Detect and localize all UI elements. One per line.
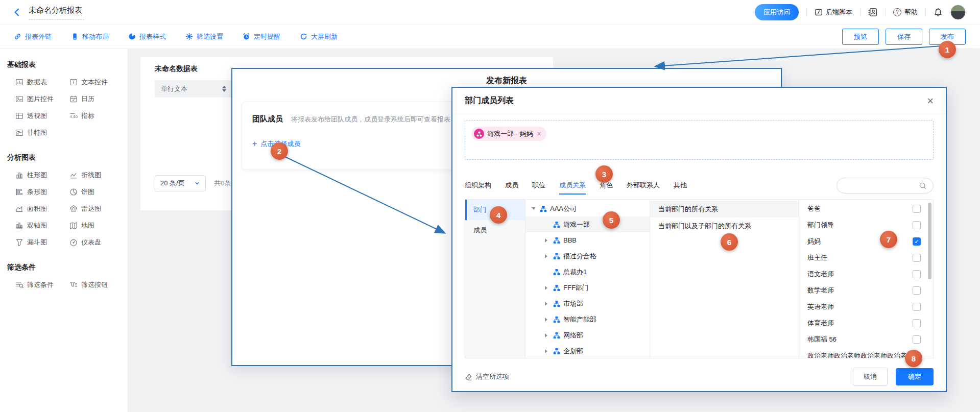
category-nav: 部门 成员 <box>465 200 525 358</box>
help-button[interactable]: ? 帮助 <box>893 8 918 17</box>
sidebar-item-data-table[interactable]: 数据表 <box>15 74 69 90</box>
sidebar-item-gantt[interactable]: 甘特图 <box>15 124 69 141</box>
org-icon <box>540 205 547 212</box>
toolbar-item-scheduled-reminder[interactable]: 定时提醒 <box>243 32 280 41</box>
member-row[interactable]: 语文老师 <box>799 266 933 282</box>
caret-right-icon[interactable] <box>545 349 550 353</box>
sidebar-item-pie-chart[interactable]: 饼图 <box>69 183 128 200</box>
sidebar-item-metric[interactable]: 指标 <box>69 107 128 124</box>
toolbar-item-screen-refresh[interactable]: 大屏刷新 <box>300 32 338 41</box>
contacts-button[interactable] <box>868 8 877 17</box>
sidebar-item-radar-chart[interactable]: 雷达图 <box>69 200 128 217</box>
checkbox[interactable] <box>913 254 921 262</box>
table-column-header[interactable]: 单行文本 <box>155 80 232 98</box>
checkbox-checked[interactable]: ✓ <box>913 237 921 246</box>
sidebar-item-bar-chart[interactable]: 条形图 <box>15 183 69 200</box>
sidebar-item-funnel-chart[interactable]: 漏斗图 <box>15 234 69 251</box>
selected-member-tag[interactable]: 游戏一部 - 妈妈 × <box>471 127 546 141</box>
save-button[interactable]: 保存 <box>886 29 922 45</box>
scrollbar-thumb[interactable] <box>928 203 931 279</box>
sidebar-item-label: 筛选条件 <box>27 280 54 289</box>
tab-member-relations[interactable]: 成员关系 <box>559 175 586 196</box>
page-title[interactable]: 未命名分析报表 <box>29 5 84 20</box>
tab-external-contacts[interactable]: 外部联系人 <box>627 175 660 196</box>
caret-right-icon[interactable] <box>545 254 550 258</box>
tree-item[interactable]: 网络部 <box>525 327 650 343</box>
member-row[interactable]: 韩国福 56 <box>799 331 933 348</box>
caret-down-icon[interactable] <box>532 207 537 210</box>
sidebar-item-line-chart[interactable]: 折线图 <box>69 166 128 183</box>
tree-item[interactable]: 智能产能部 <box>525 311 650 327</box>
page-size-select[interactable]: 20 条/页 <box>155 175 206 191</box>
member-row[interactable]: 体育老师 <box>799 315 933 331</box>
checkbox[interactable] <box>913 270 921 278</box>
confirm-button[interactable]: 确定 <box>896 368 934 385</box>
tab-other[interactable]: 其他 <box>674 175 687 196</box>
toolbar-item-report-style[interactable]: 报表样式 <box>128 32 166 41</box>
member-row[interactable]: 爸爸 <box>799 201 933 217</box>
sidebar-item-pivot[interactable]: 透视图 <box>15 107 69 124</box>
org-icon <box>553 316 560 323</box>
tree-item[interactable]: 很过分合格 <box>525 248 650 264</box>
tree-item[interactable]: BBB <box>525 232 650 248</box>
toolbar-item-filter-settings[interactable]: 筛选设置 <box>185 32 223 41</box>
modal-footer: 清空所选项 取消 确定 <box>465 368 934 386</box>
tab-position[interactable]: 职位 <box>532 175 545 196</box>
checkbox[interactable] <box>913 286 921 295</box>
backend-script-button[interactable]: 后端脚本 <box>815 8 852 17</box>
search-icon[interactable] <box>919 182 927 190</box>
toolbar-item-external-link[interactable]: 报表外链 <box>14 32 52 41</box>
relation-option-current[interactable]: 当前部门的所有关系 <box>650 201 799 217</box>
member-row[interactable]: 数学老师 <box>799 282 933 299</box>
sort-icon[interactable] <box>222 86 226 92</box>
checkbox[interactable] <box>913 319 921 327</box>
caret-right-icon[interactable] <box>545 286 550 290</box>
member-row[interactable]: 部门领导 <box>799 217 933 233</box>
caret-right-icon[interactable] <box>545 238 550 243</box>
close-icon[interactable]: × <box>927 95 934 107</box>
tree-item[interactable]: FFF部门 <box>525 280 650 296</box>
metric-icon <box>69 112 78 120</box>
tree-item[interactable]: 企划部 <box>525 343 650 358</box>
caret-right-icon[interactable] <box>545 302 550 306</box>
sidebar-item-text-widget[interactable]: 文本控件 <box>69 74 128 90</box>
tree-item[interactable]: AAA公司 <box>525 201 650 216</box>
member-row[interactable]: 英语老师 <box>799 299 933 315</box>
preview-button[interactable]: 预览 <box>842 29 879 45</box>
remove-tag-icon[interactable]: × <box>537 130 541 138</box>
member-row[interactable]: 班主任 <box>799 250 933 266</box>
checkbox[interactable] <box>913 205 921 213</box>
caret-right-icon[interactable] <box>545 318 550 322</box>
toolbar-item-mobile-layout[interactable]: 移动布局 <box>71 32 109 41</box>
sidebar-item-calendar[interactable]: 日历 <box>69 90 128 107</box>
sidebar-item-filter-button[interactable]: 筛选按钮 <box>69 276 128 293</box>
tab-members[interactable]: 成员 <box>505 175 518 196</box>
sidebar-item-dual-axis[interactable]: 双轴图 <box>15 217 69 234</box>
tree-item-selected[interactable]: 游戏一部 <box>525 216 650 232</box>
sidebar-item-gauge[interactable]: 仪表盘 <box>69 234 128 251</box>
tree-item[interactable]: 市场部 <box>525 296 650 311</box>
notifications-button[interactable] <box>934 8 943 17</box>
caret-right-icon[interactable] <box>545 333 550 337</box>
search-input[interactable] <box>844 178 921 193</box>
sidebar-item-filter-condition[interactable]: 筛选条件 <box>15 276 69 293</box>
app-access-button[interactable]: 应用访问 <box>755 4 799 20</box>
tab-org-structure[interactable]: 组织架构 <box>465 175 491 196</box>
sidebar-item-image-widget[interactable]: 图片控件 <box>15 90 69 107</box>
tag-label: 游戏一部 - 妈妈 <box>487 129 533 138</box>
sidebar-item-area-chart[interactable]: 面积图 <box>15 200 69 217</box>
checkbox[interactable] <box>913 335 921 344</box>
topbar: 未命名分析报表 应用访问 后端脚本 ? 帮助 <box>0 0 980 25</box>
relation-option-current-and-sub[interactable]: 当前部门以及子部门的所有关系 <box>650 217 799 234</box>
relation-icon <box>474 129 484 139</box>
checkbox[interactable] <box>913 303 921 311</box>
sidebar-item-column-chart[interactable]: 柱形图 <box>15 166 69 183</box>
clear-selection-link[interactable]: 清空所选项 <box>465 372 509 381</box>
member-row-checked[interactable]: 妈妈✓ <box>799 233 933 250</box>
avatar[interactable] <box>950 5 966 20</box>
tree-item[interactable]: 总裁办1 <box>525 264 650 280</box>
checkbox[interactable] <box>913 221 921 229</box>
cancel-button[interactable]: 取消 <box>853 368 888 386</box>
back-icon[interactable] <box>12 8 21 17</box>
sidebar-item-map[interactable]: 地图 <box>69 217 128 234</box>
